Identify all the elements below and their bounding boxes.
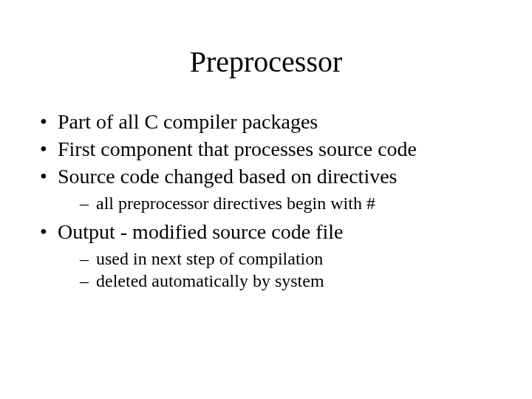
slide: Preprocessor Part of all C compiler pack… (0, 0, 532, 399)
bullet-text: Part of all C compiler packages (58, 110, 318, 133)
sub-bullet-list: all preprocessor directives begin with # (78, 192, 495, 214)
sub-bullet-text: deleted automatically by system (96, 271, 324, 290)
sub-bullet-item: used in next step of compilation (78, 248, 495, 270)
bullet-text: Source code changed based on directives (58, 165, 397, 188)
slide-title: Preprocessor (37, 44, 495, 79)
sub-bullet-item: deleted automatically by system (78, 270, 495, 292)
bullet-text: Output - modified source code file (58, 220, 343, 243)
sub-bullet-text: used in next step of compilation (96, 249, 323, 268)
sub-bullet-list: used in next step of compilation deleted… (78, 248, 495, 292)
bullet-list: Part of all C compiler packages First co… (37, 109, 495, 292)
bullet-item: Part of all C compiler packages (37, 109, 495, 134)
bullet-item: Source code changed based on directives … (37, 163, 495, 214)
sub-bullet-text: all preprocessor directives begin with # (96, 194, 375, 213)
sub-bullet-item: all preprocessor directives begin with # (78, 192, 495, 214)
bullet-item: First component that processes source co… (37, 136, 495, 162)
bullet-text: First component that processes source co… (58, 137, 417, 160)
bullet-item: Output - modified source code file used … (37, 219, 495, 292)
